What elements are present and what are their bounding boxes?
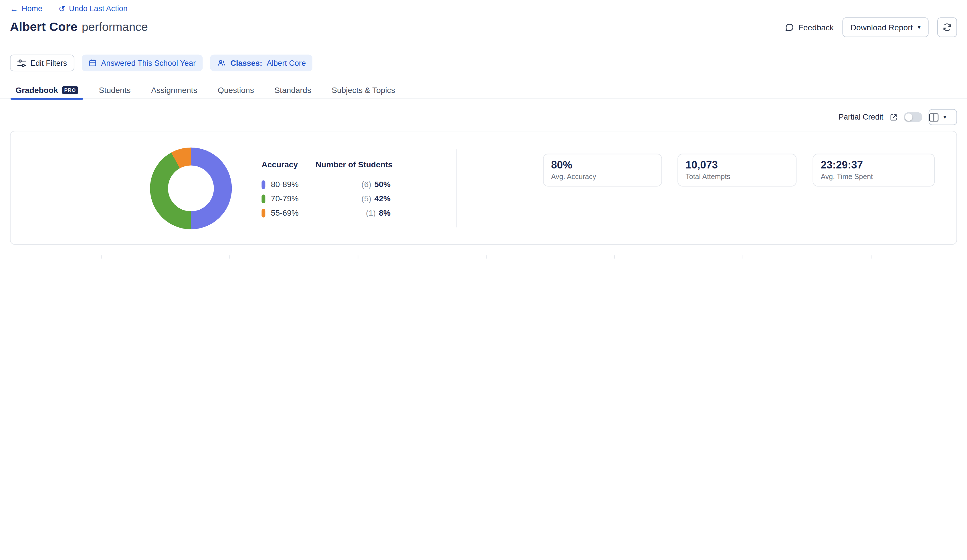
gradebook-table: 10-2 Summary | Photosynthesis1984 Classw… <box>10 255 967 259</box>
date-filter-chip[interactable]: Answered This School Year <box>82 54 203 71</box>
chevron-down-icon: ▾ <box>944 114 946 120</box>
tab-label: Standards <box>274 85 311 95</box>
assignment-header-act-practice: ACT® Practice <box>486 255 614 259</box>
gradebook-page: ← Home ↺ Undo Last Action Albert Core pe… <box>0 0 967 259</box>
refresh-icon <box>942 22 952 32</box>
calendar-icon <box>89 59 97 67</box>
stat-card-avg-accuracy: 80%Avg. Accuracy <box>543 153 662 186</box>
tab-label: Subjects & Topics <box>332 85 395 95</box>
tab-students[interactable]: Students <box>99 81 131 99</box>
assignment-header-1984-classwork: 1984 Classwork <box>229 255 358 259</box>
pro-badge: PRO <box>62 86 78 94</box>
stat-label: Avg. Time Spent <box>821 173 927 181</box>
partial-credit-toggle[interactable] <box>904 112 922 122</box>
topbar: ← Home ↺ Undo Last Action <box>10 4 128 13</box>
tab-subjects-topics[interactable]: Subjects & Topics <box>332 81 395 99</box>
legend-swatch <box>261 194 265 203</box>
feedback-label: Feedback <box>799 23 834 32</box>
legend-rows: 80-89%(6)50%70-79%(5)42%55-69%(1)8% <box>261 177 393 220</box>
undo-last-action-link[interactable]: ↺ Undo Last Action <box>58 4 127 13</box>
assignment-header-act-practice-1: ACT® Practice 1↘Drilldown <box>614 255 743 259</box>
card-divider <box>456 149 457 227</box>
column-settings-button[interactable]: ▾ <box>929 109 957 125</box>
tab-label: Assignments <box>151 85 197 95</box>
assignment-header-10-2-summary-photosynthesis: 10-2 Summary | Photosynthesis <box>101 255 229 259</box>
summary-card: Accuracy Number of Students 80-89%(6)50%… <box>10 131 957 245</box>
legend-percent: 50% <box>375 180 391 189</box>
toggle-knob <box>905 114 913 121</box>
title-suffix: performance <box>82 21 148 34</box>
tab-standards[interactable]: Standards <box>274 81 311 99</box>
edit-filters-button[interactable]: Edit Filters <box>10 54 74 71</box>
external-link-icon <box>889 113 898 121</box>
donut-hole <box>168 166 214 211</box>
tab-label: Gradebook <box>15 85 58 95</box>
tab-label: Students <box>99 85 131 95</box>
legend-row: 80-89%(6)50% <box>261 177 393 192</box>
feedback-bubble-icon <box>785 23 794 32</box>
class-name: Albert Core <box>10 20 78 34</box>
stat-card-total-attempts: 10,073Total Attempts <box>677 153 797 186</box>
table-controls: Partial Credit ▾ <box>838 109 957 125</box>
classes-filter-label: Classes: <box>230 59 262 67</box>
tab-gradebook[interactable]: GradebookPRO <box>15 81 78 99</box>
donut-legend: Accuracy Number of Students 80-89%(6)50%… <box>261 160 393 220</box>
assignment-header-act-comma-practice-2-25: ACT® Comma Practice 2/25 <box>358 255 486 259</box>
legend-count: (1) <box>366 208 376 217</box>
legend-swatch <box>261 180 265 188</box>
tabs: GradebookPROStudentsAssignmentsQuestions… <box>15 81 395 99</box>
undo-icon: ↺ <box>58 5 65 13</box>
download-report-button[interactable]: Download Report ▾ <box>843 17 929 37</box>
feedback-button[interactable]: Feedback <box>785 23 834 32</box>
back-arrow-icon: ← <box>10 5 18 13</box>
tab-label: Questions <box>218 85 254 95</box>
legend-values: (1)8% <box>314 208 391 217</box>
header-actions: Feedback Download Report ▾ <box>785 17 957 37</box>
legend-header-accuracy: Accuracy <box>261 160 315 169</box>
date-filter-label: Answered This School Year <box>101 59 196 67</box>
legend-count: (6) <box>361 180 371 189</box>
legend-values: (5)42% <box>314 194 391 203</box>
legend-swatch <box>261 209 265 217</box>
legend-range: 80-89% <box>271 180 314 189</box>
legend-percent: 8% <box>379 208 391 217</box>
classes-filter-value: Albert Core <box>267 59 306 67</box>
undo-link-label: Undo Last Action <box>69 4 128 13</box>
assignment-header-spacer <box>10 255 101 259</box>
people-icon <box>217 59 226 67</box>
classes-filter-chip[interactable]: Classes: Albert Core <box>210 54 313 71</box>
legend-range: 70-79% <box>271 194 314 203</box>
page-title: Albert Core performance <box>10 20 148 34</box>
stat-value: 10,073 <box>685 159 789 171</box>
accuracy-donut-chart <box>150 148 232 229</box>
edit-filters-label: Edit Filters <box>30 59 67 67</box>
legend-count: (5) <box>361 194 371 203</box>
tabs-divider <box>0 99 967 99</box>
assignment-header-act-practice-exam-1: ACT® Practice Exam 1 <box>871 255 967 259</box>
stat-value: 23:29:37 <box>821 159 927 171</box>
columns-icon <box>929 113 939 121</box>
refresh-button[interactable] <box>937 17 957 37</box>
download-report-label: Download Report <box>851 23 913 32</box>
assignment-header-row: 10-2 Summary | Photosynthesis1984 Classw… <box>10 255 967 259</box>
gradebook-table-inner: 10-2 Summary | Photosynthesis1984 Classw… <box>10 255 967 259</box>
legend-header-students: Number of Students <box>315 160 393 169</box>
legend-row: 70-79%(5)42% <box>261 192 393 206</box>
legend-range: 55-69% <box>271 208 314 217</box>
legend-row: 55-69%(1)8% <box>261 206 393 220</box>
legend-headers: Accuracy Number of Students <box>261 160 393 169</box>
filter-bar: Edit Filters Answered This School Year C… <box>10 54 313 71</box>
stat-card-avg-time-spent: 23:29:37Avg. Time Spent <box>813 153 935 186</box>
partial-credit-label: Partial Credit <box>838 113 883 121</box>
assignment-header-act-practice-2: ACT® Practice 2 <box>743 255 871 259</box>
legend-percent: 42% <box>375 194 391 203</box>
home-link-label: Home <box>22 4 42 13</box>
stat-label: Avg. Accuracy <box>551 173 654 181</box>
home-link[interactable]: ← Home <box>10 4 42 13</box>
chevron-down-icon: ▾ <box>918 25 921 30</box>
stat-label: Total Attempts <box>685 173 789 181</box>
filter-sliders-icon <box>17 59 26 67</box>
tab-questions[interactable]: Questions <box>218 81 254 99</box>
legend-values: (6)50% <box>314 180 391 189</box>
tab-assignments[interactable]: Assignments <box>151 81 197 99</box>
